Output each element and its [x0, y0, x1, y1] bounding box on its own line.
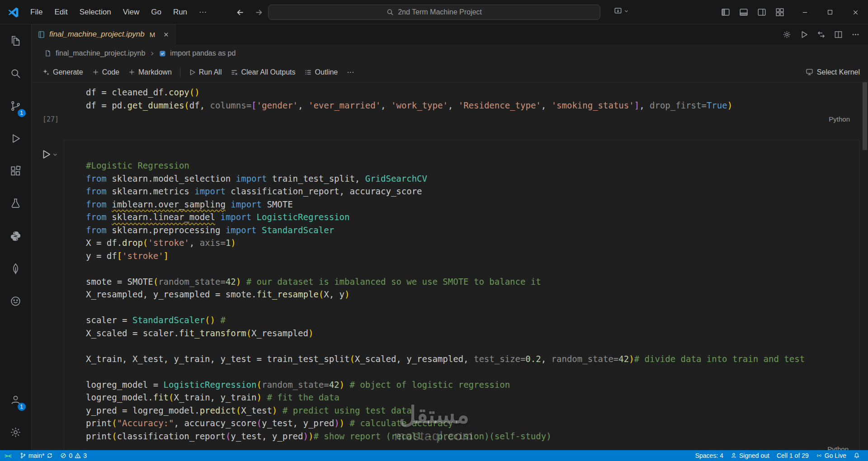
- menu-overflow[interactable]: ···: [193, 8, 212, 17]
- code-token: [: [117, 251, 122, 261]
- code-token: # object of logistic regression: [349, 380, 510, 390]
- toggle-secondary-sidebar-icon[interactable]: [757, 8, 766, 17]
- code-token: (: [236, 405, 241, 415]
- menu-go[interactable]: Go: [145, 8, 167, 17]
- breadcrumb-file[interactable]: final_machine_project.ipynb: [56, 49, 145, 57]
- run-cell-button[interactable]: [41, 149, 58, 160]
- maximize-button[interactable]: [817, 0, 843, 24]
- outline-button[interactable]: Outline: [300, 66, 343, 79]
- forward-arrow-icon[interactable]: [255, 8, 263, 17]
- sidebar-item-source-control[interactable]: 1: [0, 89, 32, 122]
- breadcrumb-symbol[interactable]: import pandas as pd: [170, 49, 236, 57]
- sidebar-item-mongodb[interactable]: [0, 252, 32, 285]
- code-line[interactable]: scaler = StandardScaler() #: [86, 314, 859, 327]
- code-line[interactable]: print("Accuracy:", accuracy_score(y_test…: [86, 417, 859, 430]
- code-line[interactable]: logreg_model.fit(X_train, y_train) # fit…: [86, 391, 859, 404]
- select-kernel-button[interactable]: Select Kernel: [806, 68, 860, 76]
- code-line[interactable]: from sklearn.model_selection import trai…: [86, 172, 859, 185]
- code-line[interactable]: from sklearn.linear_model import Logisti…: [86, 211, 859, 224]
- code-line[interactable]: [86, 262, 859, 275]
- menu-run[interactable]: Run: [167, 8, 193, 17]
- code-line[interactable]: [86, 339, 859, 353]
- split-editor-icon[interactable]: [834, 30, 843, 39]
- menu-view[interactable]: View: [117, 8, 146, 17]
- code-token: (): [189, 87, 200, 97]
- tab-final-machine-project[interactable]: final_machine_project.ipynb M: [32, 24, 176, 44]
- sidebar-item-settings[interactable]: [0, 416, 32, 448]
- code-line[interactable]: df = cleaned_df.copy(): [86, 86, 868, 99]
- notebook-settings-icon[interactable]: [783, 30, 791, 39]
- layout-launcher[interactable]: [614, 7, 629, 15]
- code-line[interactable]: df = pd.get_dummies(df, columns=['gender…: [86, 99, 868, 112]
- code-line[interactable]: [86, 365, 859, 378]
- code-line[interactable]: smote = SMOTE(random_state=42) # our dat…: [86, 275, 859, 288]
- go-live-item[interactable]: Go Live: [812, 450, 850, 461]
- close-button[interactable]: [843, 0, 868, 24]
- menu-selection[interactable]: Selection: [74, 8, 117, 17]
- toggle-panel-icon[interactable]: [739, 8, 748, 17]
- code-line[interactable]: X = df.drop('stroke', axis=1): [86, 236, 859, 249]
- sidebar-item-accounts[interactable]: 1: [0, 383, 32, 416]
- compare-changes-icon[interactable]: [817, 30, 826, 39]
- remote-indicator[interactable]: ><: [0, 450, 16, 461]
- branch-name: main*: [28, 452, 45, 459]
- add-code-button[interactable]: Code: [88, 66, 124, 79]
- cell-language-picker[interactable]: Python: [827, 445, 849, 450]
- customize-layout-icon[interactable]: [775, 8, 784, 17]
- code-line[interactable]: X_scaled = scaler.fit_transform(X_resamp…: [86, 327, 859, 340]
- code-line[interactable]: y = df['stroke']: [86, 249, 859, 263]
- code-line[interactable]: X_resampled, y_resampled = smote.fit_res…: [86, 288, 859, 301]
- notifications-item[interactable]: [850, 450, 863, 461]
- close-tab-icon[interactable]: [163, 31, 170, 38]
- cell-position-item[interactable]: Cell 1 of 29: [773, 450, 812, 461]
- sidebar-item-python[interactable]: [0, 220, 32, 252]
- code-token: test_size=: [474, 354, 525, 364]
- signed-out-item[interactable]: Signed out: [727, 450, 773, 461]
- code-line[interactable]: from imblearn.over_sampling import SMOTE: [86, 198, 859, 211]
- sidebar-item-testing[interactable]: [0, 187, 32, 220]
- add-markdown-label: Markdown: [138, 68, 172, 76]
- back-arrow-icon[interactable]: [236, 8, 245, 17]
- toggle-primary-sidebar-icon[interactable]: [721, 8, 730, 17]
- code-line[interactable]: print(classification_report(y_test, y_pr…: [86, 430, 859, 443]
- git-branch-item[interactable]: main*: [16, 450, 57, 461]
- code-token: (: [257, 380, 262, 390]
- indentation-item[interactable]: Spaces: 4: [692, 450, 727, 461]
- more-actions-icon[interactable]: [851, 30, 860, 39]
- code-line[interactable]: from sklearn.preprocessing import Standa…: [86, 224, 859, 237]
- code-token: [107, 212, 112, 222]
- sidebar-item-extensions[interactable]: [0, 155, 32, 187]
- add-markdown-button[interactable]: Markdown: [124, 66, 176, 79]
- clear-all-outputs-button[interactable]: Clear All Outputs: [226, 66, 300, 79]
- sidebar-item-run-debug[interactable]: [0, 122, 32, 155]
- vertical-scrollbar[interactable]: [863, 82, 867, 150]
- code-line[interactable]: y_pred = logreg_model.predict(X_test) # …: [86, 404, 859, 417]
- code-token: 'stroke': [122, 251, 164, 261]
- sidebar-item-huggingface[interactable]: [0, 285, 32, 317]
- sidebar-item-search[interactable]: [0, 57, 32, 89]
- vscode-logo-icon: [7, 6, 19, 19]
- run-options-chevron-icon[interactable]: [52, 152, 58, 157]
- cell-code-area[interactable]: #Logistic Regressionfrom sklearn.model_s…: [64, 140, 859, 442]
- menu-file[interactable]: File: [24, 8, 48, 17]
- toolbar-more-button[interactable]: ···: [342, 66, 359, 79]
- code-line[interactable]: logreg_model = LogisticRegression(random…: [86, 378, 859, 391]
- menu-edit[interactable]: Edit: [48, 8, 73, 17]
- cell-language-picker[interactable]: Python: [829, 115, 850, 123]
- code-line[interactable]: X_train, X_test, y_train, y_test = train…: [86, 353, 859, 366]
- code-line[interactable]: [86, 301, 859, 314]
- problems-item[interactable]: 0 3: [57, 450, 90, 461]
- cell-code-area[interactable]: df = cleaned_df.copy()df = pd.get_dummie…: [32, 82, 868, 112]
- breadcrumb: final_machine_project.ipynb import panda…: [32, 44, 868, 62]
- editor-tab-bar: final_machine_project.ipynb M: [32, 24, 868, 44]
- command-center-search[interactable]: 2nd Term Machine Project: [268, 5, 600, 20]
- minimize-button[interactable]: [792, 0, 817, 24]
- run-icon[interactable]: [800, 30, 808, 39]
- code-line[interactable]: from sklearn.metrics import classificati…: [86, 185, 859, 198]
- run-all-button[interactable]: Run All: [184, 66, 226, 79]
- code-line[interactable]: #Logistic Regression: [86, 159, 859, 172]
- git-branch-icon: [20, 452, 26, 459]
- sidebar-item-explorer[interactable]: [0, 24, 32, 57]
- sync-icon[interactable]: [47, 452, 53, 459]
- generate-button[interactable]: Generate: [38, 66, 88, 79]
